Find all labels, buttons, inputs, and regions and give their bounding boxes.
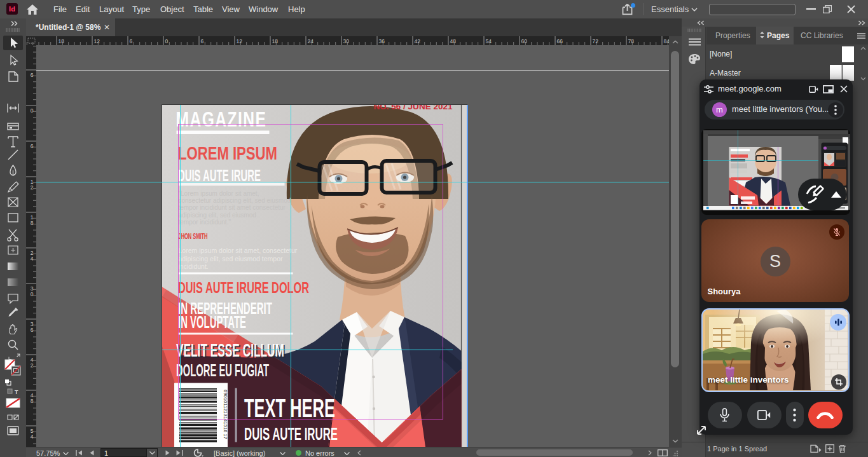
svg-text:2: 2 (31, 362, 34, 369)
svg-text:4: 4 (31, 256, 34, 262)
svg-text:18: 18 (59, 38, 65, 44)
svg-text:54: 54 (486, 38, 492, 44)
svg-text:0: 0 (31, 107, 34, 114)
svg-text:78: 78 (628, 38, 635, 44)
svg-text:8: 8 (31, 398, 34, 404)
svg-text:84: 84 (664, 38, 670, 44)
svg-text:36: 36 (379, 38, 385, 44)
svg-text:12: 12 (94, 38, 100, 44)
svg-text:2: 2 (31, 184, 34, 191)
svg-text:6: 6 (31, 143, 34, 149)
svg-text:66: 66 (557, 38, 563, 44)
svg-text:6: 6 (31, 327, 34, 333)
svg-text:6: 6 (31, 72, 34, 78)
svg-text:48: 48 (450, 38, 457, 44)
svg-text:60: 60 (521, 38, 528, 44)
svg-text:T: T (15, 389, 18, 395)
svg-text:0: 0 (165, 38, 169, 44)
svg-text:18: 18 (272, 38, 279, 44)
svg-text:NO. 56 / JUNE 2021: NO. 56 / JUNE 2021 (374, 105, 453, 111)
svg-text:4: 4 (31, 433, 34, 440)
svg-text:12: 12 (237, 38, 243, 44)
svg-text:0: 0 (31, 291, 34, 297)
svg-text:6: 6 (201, 38, 204, 44)
svg-text:24: 24 (308, 38, 314, 44)
svg-text:42: 42 (415, 38, 421, 44)
svg-text:8: 8 (31, 220, 34, 226)
svg-text:30: 30 (343, 38, 350, 44)
svg-text:72: 72 (593, 38, 599, 44)
svg-text:6: 6 (130, 38, 133, 44)
